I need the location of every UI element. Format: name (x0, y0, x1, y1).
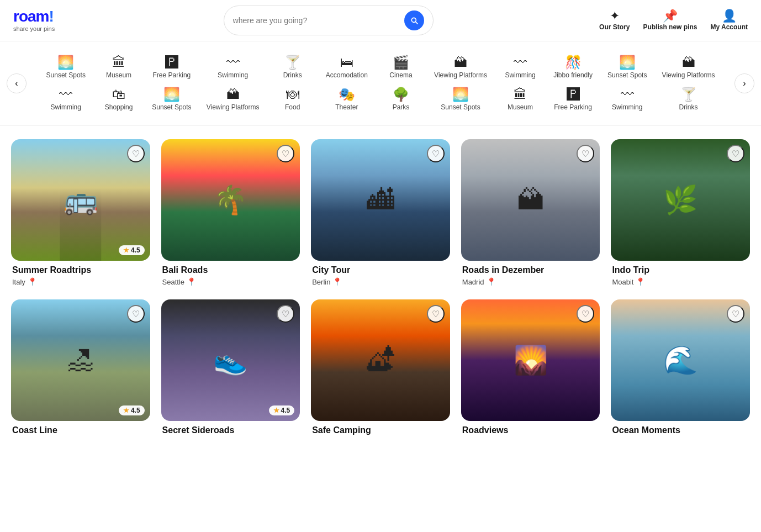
card-secret-sideroads[interactable]: 👟 ♡ ★ 4.5 Secret Sideroads (161, 299, 300, 438)
category-item-food-1[interactable]: 🍽 Food (267, 85, 318, 114)
category-item-parks-1[interactable]: 🌳 Parks (375, 85, 426, 114)
nav-publish-pins[interactable]: 📌 Publish new pins (643, 10, 697, 31)
card-heart-button[interactable]: ♡ (127, 145, 145, 162)
scene-emoji: 🏕 (367, 344, 394, 376)
category-label: Sunset Spots (607, 71, 647, 79)
category-label: Jibbo friendly (553, 71, 593, 79)
card-heart-button[interactable]: ♡ (277, 145, 294, 162)
category-item-theater-1[interactable]: 🎭 Theater (318, 85, 375, 114)
category-item-sunset-spots-2[interactable]: 🌅 Sunset Spots (600, 52, 655, 82)
card-safe-camping[interactable]: 🏕 ♡ Safe Camping (311, 299, 450, 438)
category-item-swimming-3[interactable]: 〰 Swimming (39, 85, 93, 114)
category-icon: 🌅 (163, 88, 180, 101)
scene-emoji: 🏙 (367, 184, 394, 216)
card-city-tour[interactable]: 🏙 ♡ City Tour Berlin 📍 (311, 139, 450, 286)
card-image-wrap: 🏔 ♡ (461, 139, 600, 261)
category-item-drinks-2[interactable]: 🍸 Drinks (654, 85, 722, 114)
categories-next-button[interactable]: › (734, 73, 754, 93)
card-heart-button[interactable]: ♡ (427, 145, 445, 162)
category-icon: 🎊 (565, 56, 582, 69)
location-pin-icon: 📍 (28, 277, 37, 286)
location-pin-icon: 📍 (487, 277, 496, 286)
card-summer-roadtrips[interactable]: 🚌 ♡ ★ 4.5 Summer Roadtrips Italy 📍 (11, 139, 150, 286)
category-item-free-parking-1[interactable]: 🅿 Free Parking (145, 52, 199, 82)
card-location-text: Berlin (312, 278, 330, 286)
cards-section: 🚌 ♡ ★ 4.5 Summer Roadtrips Italy 📍 (0, 126, 761, 299)
card-roadviews[interactable]: 🌄 ♡ Roadviews (461, 299, 600, 438)
category-icon: 🏔 (682, 56, 695, 69)
category-icon: 🌅 (452, 88, 469, 101)
heart-icon: ♡ (732, 309, 739, 319)
category-item-accommodation-1[interactable]: 🛏 Accomodation (318, 52, 375, 82)
card-info: Coast Line (11, 421, 150, 435)
card-ocean-moments[interactable]: 🌊 ♡ Ocean Moments (611, 299, 750, 438)
category-item-swimming-2[interactable]: 〰 Swimming (495, 52, 546, 82)
card-coast-line[interactable]: 🏖 ♡ ★ 4.5 Coast Line (11, 299, 150, 438)
search-wrap (66, 6, 590, 35)
card-heart-button[interactable]: ♡ (727, 305, 744, 323)
card-image-wrap: 🌊 ♡ (611, 299, 750, 421)
card-bali-roads[interactable]: 🌴 ♡ Bali Roads Seattle 📍 (161, 139, 300, 286)
card-roads-in-dezember[interactable]: 🏔 ♡ Roads in Dezember Madrid 📍 (461, 139, 600, 286)
category-item-swimming-4[interactable]: 〰 Swimming (600, 85, 655, 114)
user-icon: 👤 (722, 10, 737, 22)
logo-tagline: share your pins (13, 25, 55, 32)
logo[interactable]: roam! share your pins (13, 9, 57, 32)
card-heart-button[interactable]: ♡ (127, 305, 145, 323)
categories-prev-button[interactable]: ‹ (7, 73, 27, 93)
card-indo-trip[interactable]: 🌿 ♡ Indo Trip Moabit 📍 (611, 139, 750, 286)
heart-icon: ♡ (132, 149, 140, 159)
category-label: Cinema (389, 71, 412, 79)
card-title: City Tour (312, 265, 449, 275)
chevron-right-icon: › (743, 78, 746, 88)
category-item-sunset-spots-1[interactable]: 🌅 Sunset Spots (39, 52, 93, 82)
card-location-text: Italy (12, 278, 25, 286)
category-icon: 🍽 (286, 88, 299, 101)
category-label: Drinks (679, 103, 698, 111)
category-label: Sunset Spots (46, 71, 86, 79)
category-label: Parks (393, 103, 410, 111)
category-item-free-parking-2[interactable]: 🅿 Free Parking (546, 85, 600, 114)
categories-grid: 🌅 Sunset Spots〰 Swimming🏛 Museum🛍 Shoppi… (33, 52, 728, 114)
card-title: Safe Camping (312, 425, 449, 435)
compass-icon: ✦ (610, 10, 620, 22)
chevron-left-icon: ‹ (15, 78, 18, 88)
category-item-viewing-platforms-3[interactable]: 🏔 Viewing Platforms (199, 85, 267, 114)
category-item-jibbo-friendly-1[interactable]: 🎊 Jibbo friendly (546, 52, 600, 82)
scene-emoji: 🌊 (663, 344, 697, 376)
category-item-shopping-1[interactable]: 🛍 Shopping (93, 85, 145, 114)
category-label: Viewing Platforms (662, 71, 715, 79)
category-label: Accomodation (326, 71, 368, 79)
card-location-text: Seattle (162, 278, 184, 286)
card-heart-button[interactable]: ♡ (727, 145, 744, 162)
categories-section: ‹ 🌅 Sunset Spots〰 Swimming🏛 Museum🛍 Shop… (0, 41, 761, 126)
card-heart-button[interactable]: ♡ (427, 305, 445, 323)
cards-grid-row1: 🚌 ♡ ★ 4.5 Summer Roadtrips Italy 📍 (11, 139, 750, 286)
category-item-viewing-platforms-2[interactable]: 🏔 Viewing Platforms (654, 52, 722, 82)
scene-emoji: 🏖 (67, 344, 94, 376)
nav-our-story[interactable]: ✦ Our Story (599, 10, 630, 31)
category-item-sunset-spots-3[interactable]: 🌅 Sunset Spots (145, 85, 199, 114)
search-button[interactable] (404, 10, 424, 30)
card-info: Roadviews (461, 421, 600, 435)
scene-emoji: 🌄 (514, 344, 548, 376)
nav-my-account[interactable]: 👤 My Account (710, 10, 748, 31)
category-item-museum-1[interactable]: 🏛 Museum (93, 52, 145, 82)
category-item-cinema-1[interactable]: 🎬 Cinema (375, 52, 426, 82)
pin-publish-icon: 📌 (663, 10, 678, 22)
category-item-viewing-platforms-1[interactable]: 🏔 Viewing Platforms (427, 52, 495, 82)
category-label: Museum (508, 103, 533, 111)
category-label: Sunset Spots (441, 103, 480, 111)
category-item-drinks-1[interactable]: 🍸 Drinks (267, 52, 318, 82)
category-item-museum-2[interactable]: 🏛 Museum (495, 85, 546, 114)
card-location: Moabit 📍 (612, 277, 749, 286)
category-label: Food (285, 103, 300, 111)
category-item-swimming-1[interactable]: 〰 Swimming (199, 52, 267, 82)
category-label: Museum (106, 71, 131, 79)
card-heart-button[interactable]: ♡ (277, 305, 294, 323)
card-info: Bali Roads Seattle 📍 (161, 261, 300, 286)
category-icon: 🏔 (454, 56, 467, 69)
scene-emoji: 🌴 (213, 184, 247, 216)
search-input[interactable] (233, 16, 400, 25)
category-item-sunset-spots-4[interactable]: 🌅 Sunset Spots (427, 85, 495, 114)
